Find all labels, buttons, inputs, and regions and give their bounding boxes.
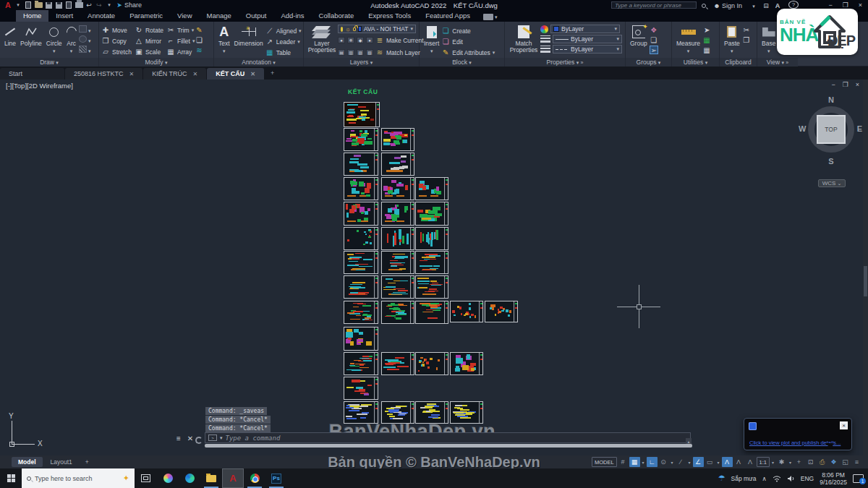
edit-attributes-button[interactable]: ✎Edit Attributes▾ xyxy=(441,47,495,58)
ribbon-tab-manage[interactable]: Manage xyxy=(200,10,239,22)
group-button[interactable]: Group xyxy=(628,23,650,58)
groups-panel-label[interactable]: Groups ▾ xyxy=(626,58,671,67)
properties-panel-label[interactable]: Properties ▾ » xyxy=(505,58,625,67)
ribbon-tab-express-tools[interactable]: Express Tools xyxy=(361,10,418,22)
insert-button[interactable]: Insert▾ xyxy=(422,23,441,58)
lineweight-dropdown[interactable]: ByLayer▾ xyxy=(553,35,622,43)
scale-caret-icon[interactable]: ▾ xyxy=(770,457,775,467)
model-space-button[interactable]: MODEL xyxy=(592,457,617,467)
mirror-button[interactable]: △Mirror xyxy=(135,35,163,46)
paste-button[interactable]: Paste▾ xyxy=(722,23,742,58)
rectangle-tool-icon[interactable]: ▾ xyxy=(79,25,91,34)
viewcube[interactable]: N S W E TOP WCS⌄ xyxy=(799,94,864,177)
tab-close-icon[interactable]: ✕ xyxy=(129,71,135,77)
drawing-canvas[interactable]: [-][Top][2D Wireframe] − ❐ × KẾT CẤU N S… xyxy=(0,80,868,455)
layer-state-dropdown[interactable]: ☼ AVA - NOI THAT ▾ xyxy=(338,25,416,33)
publish-icon[interactable] xyxy=(74,1,84,9)
isodraft-caret-icon[interactable]: ▾ xyxy=(687,457,692,467)
color-wheel-icon[interactable] xyxy=(540,25,548,33)
layer-freeze-icon[interactable]: ❄ xyxy=(347,37,354,43)
stretch-button[interactable]: ▱Stretch xyxy=(101,46,132,57)
osnap-icon[interactable]: ▭ xyxy=(705,457,715,467)
viewcube-top-face[interactable]: TOP xyxy=(817,115,846,144)
horizontal-scrollbar[interactable] xyxy=(205,444,692,448)
snap-mode-icon[interactable]: ▦ xyxy=(629,457,640,467)
wifi-icon[interactable] xyxy=(773,475,781,482)
join-tool-icon[interactable]: ≋ xyxy=(195,46,203,54)
drawing-close-button[interactable]: × xyxy=(856,81,859,88)
command-customize-icon[interactable]: ≡ xyxy=(174,434,183,442)
quick-count-icon[interactable]: ▦ xyxy=(702,35,711,44)
layer-merge-icon[interactable]: ▨ xyxy=(357,49,364,56)
taskbar-explorer-icon[interactable] xyxy=(200,468,222,488)
tab-close-icon[interactable]: ✕ xyxy=(193,71,198,77)
layer-lock-icon[interactable]: ◆ xyxy=(357,37,364,43)
taskbar-search-input[interactable]: Type here to search ✦ xyxy=(22,468,135,488)
id-point-icon[interactable]: ➤ xyxy=(702,25,711,34)
copy-button[interactable]: ❐Copy xyxy=(101,35,132,46)
modify-panel-label[interactable]: Modify ▾ xyxy=(99,58,213,67)
window-close-button[interactable]: × xyxy=(859,1,862,9)
ribbon-tab-parametric[interactable]: Parametric xyxy=(122,10,170,22)
vertical-scrollbar[interactable] xyxy=(863,80,868,455)
customization-gear-icon[interactable]: ✱ xyxy=(776,457,787,467)
add-icon[interactable]: + xyxy=(793,457,804,467)
polyline-button[interactable]: Polyline xyxy=(18,23,44,58)
ribbon-tab-collaborate[interactable]: Collaborate xyxy=(312,10,362,22)
draw-panel-label[interactable]: Draw ▾ xyxy=(0,58,98,67)
annotation-scale-icon[interactable]: Λ xyxy=(745,457,756,467)
viewcube-north[interactable]: N xyxy=(799,95,864,104)
sign-in-button[interactable]: Sign In xyxy=(722,1,742,10)
taskbar-clock[interactable]: 8:06 PM 9/16/2025 xyxy=(820,471,847,486)
block-panel-label[interactable]: Block ▾ xyxy=(420,58,504,67)
base-button[interactable]: Base▾ xyxy=(760,23,778,58)
polar-caret-icon[interactable]: ▾ xyxy=(670,457,675,467)
copy-clip-icon[interactable]: ❐ xyxy=(742,35,751,44)
annotation-panel-label[interactable]: Annotation ▾ xyxy=(214,58,303,67)
match-properties-button[interactable]: Match Properties xyxy=(507,23,540,58)
polar-tracking-icon[interactable]: ⊙ xyxy=(658,457,669,467)
aligned-button[interactable]: ⟋Aligned▾ xyxy=(265,25,302,36)
plot-details-icon[interactable]: ⎙ xyxy=(817,457,827,467)
erase-tool-icon[interactable]: ✎ xyxy=(195,25,203,34)
calculator-icon[interactable]: ▦ xyxy=(702,46,711,54)
hatch-tool-icon[interactable]: ▾ xyxy=(79,46,91,54)
redo-icon[interactable]: ↪ xyxy=(94,1,104,9)
drawing-minimize-button[interactable]: − xyxy=(831,81,835,88)
layer-vpfreeze-icon[interactable]: ▥ xyxy=(347,49,354,56)
viewport-controls-label[interactable]: [-][Top][2D Wireframe] xyxy=(6,82,73,90)
speaker-icon[interactable] xyxy=(787,475,795,482)
undo-icon[interactable]: ↩ xyxy=(84,1,94,9)
layer-isolate-icon[interactable]: ● xyxy=(338,37,345,43)
viewcube-south[interactable]: S xyxy=(799,157,864,166)
ribbon-tab-home[interactable]: Home xyxy=(16,10,48,22)
ellipse-tool-icon[interactable]: ▾ xyxy=(79,35,91,44)
group-selection-icon[interactable]: ➢ xyxy=(650,46,658,54)
scroll-arrow-icon[interactable]: ▴ xyxy=(686,438,692,444)
object-color-dropdown[interactable]: ByLayer▾ xyxy=(550,25,620,33)
utilities-panel-label[interactable]: Utilities ▾ xyxy=(672,58,719,67)
match-layer-button[interactable]: Match Layer xyxy=(386,49,420,56)
workspace-icon[interactable]: ⊡ xyxy=(805,457,816,467)
group-edit-icon[interactable]: ❏ xyxy=(650,35,658,44)
app-menu-caret-icon[interactable]: ▾ xyxy=(13,1,23,9)
layer-properties-button[interactable]: Layer Properties xyxy=(306,23,338,58)
plot-icon[interactable] xyxy=(64,1,74,9)
taskbar-copilot-icon[interactable] xyxy=(157,468,179,488)
taskbar-photoshop-icon[interactable]: Ps xyxy=(265,468,287,488)
taskbar-autocad-icon[interactable]: A xyxy=(222,468,244,488)
explode-tool-icon[interactable]: ❏ xyxy=(195,35,203,44)
tab-close-icon[interactable]: ✕ xyxy=(250,71,255,77)
hidden-icons-button[interactable]: ∧ xyxy=(762,475,767,482)
move-button[interactable]: ✚Move xyxy=(101,25,132,35)
task-view-button[interactable] xyxy=(141,474,150,482)
share-button[interactable]: Share xyxy=(124,1,142,9)
osnap-tracking-icon[interactable]: ∠ xyxy=(693,457,704,467)
linetype-dropdown[interactable]: ByLayer▾ xyxy=(553,45,622,53)
annotation-visibility-icon[interactable]: Λ xyxy=(722,457,733,467)
file-tab-kết-cấu[interactable]: KẾT CẤU✕ xyxy=(207,68,265,80)
ribbon-tab-add-ins[interactable]: Add-ins xyxy=(273,10,311,22)
file-tab-250816-hstktc[interactable]: 250816 HSTKTC✕ xyxy=(65,68,143,80)
viewcube-west[interactable]: W xyxy=(799,124,806,133)
arc-button[interactable]: Arc▾ xyxy=(64,23,79,58)
